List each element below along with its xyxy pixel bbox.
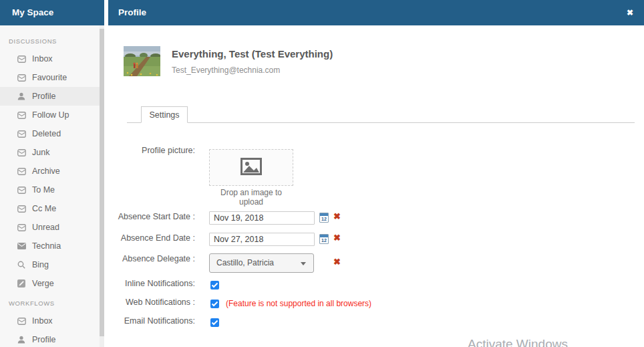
sidebar-item-inbox[interactable]: Inbox bbox=[0, 312, 104, 330]
sidebar-section-discussions: DISCUSSIONS bbox=[0, 36, 104, 47]
mail-icon bbox=[17, 243, 26, 249]
absence-delegate-clear-icon[interactable]: ✖ bbox=[333, 257, 341, 267]
sidebar-item-junk[interactable]: Junk bbox=[0, 143, 104, 162]
sidebar-item-profile[interactable]: Profile bbox=[0, 330, 104, 347]
dropzone-caption: Drop an image to upload bbox=[211, 188, 291, 207]
sidebar-section-list: InboxProfile bbox=[0, 312, 104, 347]
close-icon[interactable]: ✖ bbox=[627, 0, 633, 25]
inline-notifications-label: Inline Notifications: bbox=[108, 279, 195, 288]
sidebar-item-label: To Me bbox=[32, 185, 55, 195]
profile-email: Test_Everything@technia.com bbox=[172, 66, 280, 75]
search-icon bbox=[17, 261, 26, 269]
inbox-icon bbox=[17, 187, 26, 194]
absence-start-clear-icon[interactable]: ✖ bbox=[333, 211, 341, 221]
sidebar-nav: DISCUSSIONSInboxFavouriteProfileFollow U… bbox=[0, 25, 104, 347]
absence-start-input[interactable] bbox=[209, 211, 315, 225]
sidebar-item-label: Archive bbox=[32, 166, 60, 176]
inbox-icon bbox=[17, 149, 26, 156]
absence-end-label: Absence End Date : bbox=[108, 233, 195, 243]
sidebar-item-label: Inbox bbox=[32, 54, 53, 64]
sidebar-section-list: InboxFavouriteProfileFollow UpDeletedJun… bbox=[0, 49, 104, 293]
sidebar-item-label: Technia bbox=[32, 241, 61, 251]
absence-delegate-select[interactable]: Castillo, Patricia bbox=[209, 253, 314, 273]
sidebar-title: My Space bbox=[0, 0, 104, 25]
tab-settings[interactable]: Settings bbox=[141, 106, 188, 123]
email-notifications-label: Email Notifications: bbox=[108, 316, 195, 326]
sidebar-item-label: Deleted bbox=[32, 129, 61, 138]
sidebar-item-profile[interactable]: Profile bbox=[0, 87, 104, 106]
sidebar-section-workflows: WORKFLOWS bbox=[0, 298, 104, 309]
sidebar-item-bing[interactable]: Bing bbox=[0, 255, 104, 274]
inbox-icon bbox=[17, 55, 26, 63]
absence-start-calendar-icon[interactable]: 12 bbox=[319, 213, 329, 223]
inbox-icon bbox=[17, 130, 26, 138]
inbox-icon bbox=[17, 112, 26, 119]
profile-name: Everything, Test (Test Everything) bbox=[172, 48, 333, 60]
inline-notifications-checkbox[interactable] bbox=[210, 281, 219, 290]
my-space-app: My Space DISCUSSIONSInboxFavouriteProfil… bbox=[0, 0, 644, 347]
sidebar-item-label: Profile bbox=[32, 92, 55, 101]
web-notifications-checkbox[interactable] bbox=[210, 300, 219, 308]
image-dropzone[interactable] bbox=[209, 149, 293, 186]
sidebar-item-favourite[interactable]: Favourite bbox=[0, 68, 104, 87]
sidebar-item-label: Junk bbox=[32, 148, 49, 157]
absence-start-label: Absence Start Date : bbox=[108, 212, 195, 221]
sidebar-item-label: Inbox bbox=[32, 316, 53, 326]
sidebar-item-label: Bing bbox=[32, 260, 49, 269]
email-notifications-checkbox[interactable] bbox=[210, 318, 219, 327]
chevron-down-icon bbox=[301, 262, 306, 265]
absence-end-clear-icon[interactable]: ✖ bbox=[333, 233, 341, 243]
sidebar-item-technia[interactable]: Technia bbox=[0, 237, 104, 255]
sidebar-item-label: Unread bbox=[32, 223, 59, 232]
sidebar-item-label: Cc Me bbox=[32, 204, 56, 213]
absence-end-calendar-icon[interactable]: 12 bbox=[319, 234, 329, 244]
profile-picture-label: Profile picture: bbox=[108, 146, 195, 155]
inbox-icon bbox=[17, 168, 26, 175]
web-notifications-label: Web Notifications : bbox=[108, 298, 195, 307]
main-header: Profile ✖ bbox=[108, 0, 644, 25]
sidebar-scrollbar[interactable] bbox=[100, 25, 104, 347]
picture-icon bbox=[240, 158, 262, 178]
tab-bar: Settings bbox=[127, 106, 635, 123]
inbox-icon bbox=[17, 205, 26, 213]
person-icon bbox=[17, 336, 26, 344]
activate-windows-watermark: Activate Windows bbox=[468, 337, 568, 347]
sidebar-item-label: Follow Up bbox=[32, 110, 69, 120]
sidebar-scrollbar-thumb[interactable] bbox=[100, 29, 104, 336]
inbox-icon bbox=[17, 318, 26, 325]
avatar bbox=[124, 46, 160, 76]
absence-delegate-value: Castillo, Patricia bbox=[216, 254, 274, 272]
absence-delegate-label: Absence Delegate : bbox=[108, 254, 195, 263]
sidebar-item-to-me[interactable]: To Me bbox=[0, 181, 104, 199]
sidebar-item-label: Favourite bbox=[32, 73, 67, 82]
sidebar-item-unread[interactable]: Unread bbox=[0, 218, 104, 237]
sidebar-item-follow-up[interactable]: Follow Up bbox=[0, 106, 104, 124]
sidebar-item-cc-me[interactable]: Cc Me bbox=[0, 199, 104, 218]
edit-icon bbox=[17, 279, 26, 287]
sidebar-item-label: Verge bbox=[32, 279, 54, 288]
inbox-icon bbox=[17, 224, 26, 231]
inbox-icon bbox=[17, 74, 26, 82]
sidebar-item-deleted[interactable]: Deleted bbox=[0, 124, 104, 143]
sidebar: My Space DISCUSSIONSInboxFavouriteProfil… bbox=[0, 0, 104, 347]
page-title: Profile bbox=[118, 0, 146, 25]
sidebar-item-label: Profile bbox=[32, 335, 55, 344]
sidebar-item-verge[interactable]: Verge bbox=[0, 274, 104, 293]
main-panel: Profile ✖ bbox=[108, 0, 644, 347]
web-notifications-note: (Feature is not supported in all browser… bbox=[226, 299, 371, 308]
sidebar-item-inbox[interactable]: Inbox bbox=[0, 49, 104, 68]
absence-end-input[interactable] bbox=[209, 233, 315, 246]
sidebar-item-archive[interactable]: Archive bbox=[0, 162, 104, 181]
person-icon bbox=[17, 92, 26, 100]
